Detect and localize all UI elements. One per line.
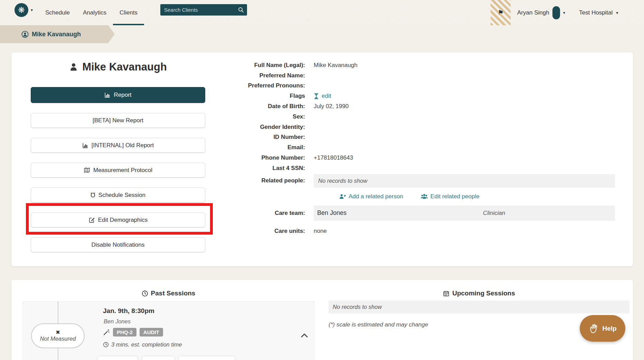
session-action-button[interactable] <box>178 356 235 360</box>
field-label: Preferred Name: <box>205 72 305 79</box>
past-sessions-panel: ✖ Not Measured Jan. 9th, 8:30pm Ben Jone… <box>22 301 314 360</box>
schedule-session-label: Schedule Session <box>98 192 145 199</box>
person-circle-icon <box>21 31 29 38</box>
flag-icon: ⚑ <box>498 9 503 17</box>
schedule-session-button[interactable]: ℧ Schedule Session <box>31 188 205 202</box>
past-sessions-title: Past Sessions <box>22 290 314 297</box>
client-actions-column: Mike Kavanaugh Report [BETA] New Report <box>31 61 205 262</box>
feature-flag-button[interactable]: ⚑ <box>491 0 511 25</box>
measurement-protocol-button[interactable]: Measurement Protocol <box>31 163 205 178</box>
organization-menu[interactable]: Test Hospital ▾ <box>579 0 618 25</box>
field-label: Preferred Pronouns: <box>205 82 305 89</box>
sessions-card: Past Sessions ✖ Not Measured Jan. 9th, 8… <box>11 280 633 360</box>
session-action-button[interactable] <box>142 356 175 360</box>
field-value-phone: +17818018643 <box>314 154 353 161</box>
internal-old-report-label: [INTERNAL] Old Report <box>92 142 154 149</box>
edit-related-people-link[interactable]: Edit related people <box>420 193 480 200</box>
field-label: Gender Identity: <box>205 124 305 131</box>
care-team-member: Ben Jones <box>314 209 347 217</box>
client-search <box>160 4 247 16</box>
clock-icon <box>142 290 148 297</box>
collapse-session-button[interactable] <box>301 333 308 338</box>
report-button[interactable]: Report <box>31 87 205 103</box>
measure-badge: AUDIT <box>140 328 163 337</box>
care-units-value: none <box>314 228 327 235</box>
field-label: Email: <box>205 144 305 151</box>
care-units-label: Care units: <box>205 228 305 235</box>
waving-hand-icon <box>588 323 599 334</box>
client-profile-card: Mike Kavanaugh Report [BETA] New Report <box>11 53 633 266</box>
help-button-label: Help <box>602 325 616 332</box>
flags-value: edit <box>314 93 331 100</box>
nav-item-schedule[interactable]: Schedule <box>39 0 76 25</box>
field-value-full-name: Mike Kavanaugh <box>314 62 358 69</box>
field-label: ID Number: <box>205 134 305 141</box>
search-icon[interactable] <box>238 7 244 13</box>
related-people-empty: No records to show <box>314 174 615 188</box>
add-related-person-label: Add a related person <box>349 193 403 200</box>
session-datetime: Jan. 9th, 8:30pm <box>103 307 154 315</box>
breadcrumb[interactable]: Mike Kavanaugh <box>0 25 115 43</box>
calendar-icon <box>443 290 449 297</box>
client-heading: Mike Kavanaugh <box>31 61 205 73</box>
edit-demographics-button[interactable]: Edit Demographics <box>31 212 205 227</box>
demographics-panel: Full Name (Legal): Mike Kavanaugh Prefer… <box>205 60 624 236</box>
map-icon <box>84 167 90 173</box>
breadcrumb-client-name: Mike Kavanaugh <box>32 31 81 38</box>
session-action-button[interactable] <box>97 356 138 360</box>
bar-chart-icon <box>82 142 88 149</box>
help-button[interactable]: Help <box>580 315 625 342</box>
upcoming-sessions-label: Upcoming Sessions <box>452 290 515 297</box>
chevron-down-icon: ▾ <box>563 10 565 15</box>
starburst-icon: ❋ <box>18 6 25 14</box>
app-screen: ❋ ▾ Schedule Analytics Clients ⚑ Aryan S… <box>0 0 644 360</box>
measure-badge: PHQ-2 <box>113 328 136 337</box>
past-sessions-label: Past Sessions <box>151 290 196 297</box>
person-plus-icon <box>339 193 346 199</box>
edit-related-people-label: Edit related people <box>430 193 480 200</box>
internal-old-report-button[interactable]: [INTERNAL] Old Report <box>31 138 205 153</box>
flags-edit-link[interactable]: edit <box>322 93 331 100</box>
primary-nav: Schedule Analytics Clients <box>39 0 144 25</box>
past-sessions-column: Past Sessions ✖ Not Measured Jan. 9th, 8… <box>22 290 314 360</box>
related-people-label: Related people: <box>205 177 305 184</box>
field-label: Sex: <box>205 113 305 120</box>
field-label: Date of Birth: <box>205 103 305 110</box>
magic-wand-icon <box>103 329 110 336</box>
care-team-role: Clinician <box>483 210 505 217</box>
care-team-row: Ben Jones Clinician <box>314 206 615 221</box>
breadcrumb-bar: Mike Kavanaugh <box>0 25 644 43</box>
care-team-label: Care team: <box>205 210 305 217</box>
nav-item-clients[interactable]: Clients <box>113 0 144 25</box>
clock-icon <box>103 342 109 348</box>
bar-chart-icon <box>104 92 111 98</box>
chevron-up-icon <box>301 333 308 338</box>
app-logo: ❋ <box>15 3 28 17</box>
top-navbar: ❋ ▾ Schedule Analytics Clients ⚑ Aryan S… <box>0 0 644 25</box>
report-button-label: Report <box>114 92 131 98</box>
status-badge-not-measured: ✖ Not Measured <box>31 323 85 348</box>
user-menu[interactable]: Aryan Singh ▾ <box>517 0 565 25</box>
nav-item-analytics[interactable]: Analytics <box>76 0 113 25</box>
session-est-time-label: 3 mins. est. completion time <box>111 341 182 348</box>
person-icon <box>69 63 78 72</box>
client-name: Mike Kavanaugh <box>82 61 167 73</box>
stethoscope-icon: ℧ <box>91 192 95 198</box>
search-input[interactable] <box>160 4 247 16</box>
chevron-down-icon: ▾ <box>31 8 33 12</box>
hourglass-icon <box>314 93 319 99</box>
disable-notifications-button[interactable]: Disable Notifications <box>31 237 205 252</box>
upcoming-sessions-title: Upcoming Sessions <box>329 290 629 297</box>
organization-name: Test Hospital <box>579 9 613 16</box>
beta-new-report-button[interactable]: [BETA] New Report <box>31 113 205 128</box>
field-label: Flags <box>205 93 305 100</box>
app-logo-menu[interactable]: ❋ ▾ <box>15 3 33 17</box>
field-label: Phone Number: <box>205 154 305 161</box>
x-icon: ✖ <box>56 330 60 335</box>
edit-pencil-icon <box>88 217 95 223</box>
status-label: Not Measured <box>40 335 76 342</box>
field-label: Last 4 SSN: <box>205 165 305 172</box>
chevron-down-icon: ▾ <box>616 10 618 15</box>
people-group-icon <box>420 193 428 199</box>
add-related-person-link[interactable]: Add a related person <box>339 193 403 200</box>
